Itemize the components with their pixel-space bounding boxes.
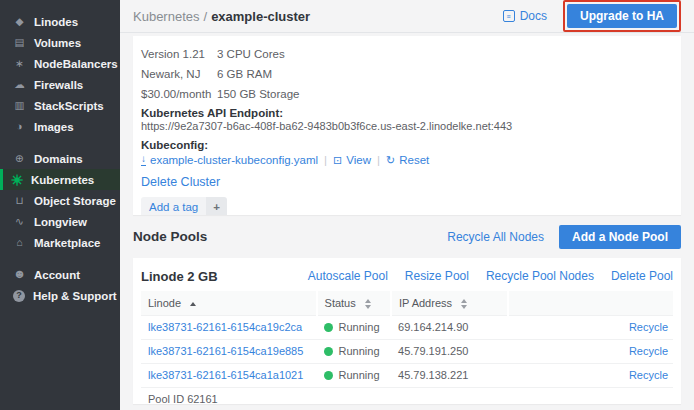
- add-tag-label: Add a tag: [141, 197, 206, 215]
- nodebalancers-icon: ∗: [13, 58, 26, 69]
- sidebar-item-marketplace[interactable]: ⌂ Marketplace: [0, 232, 120, 253]
- node-link[interactable]: lke38731-62161-6154ca1a1021: [148, 369, 303, 381]
- plus-icon: +: [206, 197, 227, 215]
- sidebar-item-nodebalancers[interactable]: ∗ NodeBalancers: [0, 53, 120, 74]
- upgrade-to-ha-annotation: Upgrade to HA: [563, 0, 681, 32]
- sidebar-item-longview[interactable]: ∿ Longview: [0, 211, 120, 232]
- node-ip: 45.79.138.221: [391, 363, 508, 387]
- linodes-icon: ◆: [13, 16, 26, 27]
- column-header-actions: [508, 291, 673, 315]
- breadcrumb-current-cluster: example-cluster: [211, 9, 310, 24]
- cluster-region: Newark, NJ: [141, 64, 203, 84]
- delete-pool-link[interactable]: Delete Pool: [611, 269, 673, 283]
- kubeconfig-view-link[interactable]: ⊡ View: [333, 154, 371, 166]
- column-header-status[interactable]: Status: [317, 291, 391, 315]
- sidebar-item-label: NodeBalancers: [34, 58, 118, 70]
- marketplace-icon: ⌂: [13, 237, 26, 248]
- object-storage-icon: ⊔: [13, 195, 26, 206]
- status-running-icon: [324, 347, 333, 356]
- node-table: Linode Status IP Address lke3: [141, 291, 673, 387]
- sidebar-item-help-support[interactable]: ? Help & Support: [0, 285, 120, 306]
- sort-icon: [461, 299, 467, 309]
- delete-cluster-link[interactable]: Delete Cluster: [141, 175, 220, 191]
- sort-asc-icon: [190, 302, 196, 306]
- recycle-node-link[interactable]: Recycle: [629, 345, 668, 357]
- sidebar-item-object-storage[interactable]: ⊔ Object Storage: [0, 190, 120, 211]
- sidebar-item-linodes[interactable]: ◆ Linodes: [0, 11, 120, 32]
- add-tag-button[interactable]: Add a tag +: [141, 197, 227, 215]
- breadcrumb-separator: /: [204, 9, 208, 24]
- volumes-icon: ▤: [13, 37, 26, 48]
- sidebar-item-label: Longview: [34, 216, 87, 228]
- autoscale-pool-link[interactable]: Autoscale Pool: [308, 269, 388, 283]
- help-icon: ?: [13, 290, 25, 302]
- cluster-storage: 150 GB Storage: [217, 84, 673, 104]
- sidebar-item-images[interactable]: ◑ Images: [0, 116, 120, 137]
- sidebar-item-label: Object Storage: [34, 195, 116, 207]
- sidebar-item-domains[interactable]: ⊕ Domains: [0, 148, 120, 169]
- docs-label: Docs: [520, 9, 547, 23]
- kubeconfig-reset-link[interactable]: ↻ Reset: [386, 154, 429, 166]
- sidebar-item-label: Volumes: [34, 37, 81, 49]
- sort-icon: [365, 299, 371, 309]
- table-header-row: Linode Status IP Address: [141, 291, 673, 315]
- view-icon: ⊡: [333, 155, 342, 166]
- recycle-all-nodes-link[interactable]: Recycle All Nodes: [447, 230, 544, 244]
- sidebar-item-volumes[interactable]: ▤ Volumes: [0, 32, 120, 53]
- column-label: Status: [325, 297, 356, 309]
- api-endpoint-value: https://9e2a7307-b6ac-408f-ba62-9483b0b3…: [141, 120, 673, 133]
- pool-actions: Autoscale Pool Resize Pool Recycle Pool …: [308, 269, 673, 283]
- resize-pool-link[interactable]: Resize Pool: [405, 269, 469, 283]
- cluster-summary-card: Version 1.21 3 CPU Cores Newark, NJ 6 GB…: [133, 36, 681, 215]
- pool-header: Linode 2 GB Autoscale Pool Resize Pool R…: [141, 266, 673, 286]
- recycle-node-link[interactable]: Recycle: [629, 321, 668, 333]
- stackscripts-icon: ▥: [13, 100, 26, 111]
- node-link[interactable]: lke38731-62161-6154ca19c2ca: [148, 321, 302, 333]
- upgrade-to-ha-button[interactable]: Upgrade to HA: [567, 4, 677, 28]
- cluster-version: Version 1.21: [141, 44, 203, 64]
- column-header-linode[interactable]: Linode: [141, 291, 317, 315]
- column-header-ip-address[interactable]: IP Address: [391, 291, 508, 315]
- divider: |: [377, 154, 380, 166]
- table-row: lke38731-62161-6154ca1a1021 Running 45.7…: [141, 363, 673, 387]
- docs-link[interactable]: ≡ Docs: [503, 9, 547, 23]
- reset-label: Reset: [399, 154, 429, 166]
- firewalls-icon: ☁: [13, 79, 26, 90]
- api-endpoint-label: Kubernetes API Endpoint:: [141, 106, 673, 120]
- table-row: lke38731-62161-6154ca19e885 Running 45.7…: [141, 339, 673, 363]
- status-running-icon: [324, 323, 333, 332]
- node-pools-title: Node Pools: [133, 229, 207, 244]
- node-pools-header: Node Pools Recycle All Nodes Add a Node …: [120, 215, 694, 258]
- column-label: Linode: [148, 297, 181, 309]
- cluster-ram: 6 GB RAM: [217, 64, 673, 84]
- sidebar-item-stackscripts[interactable]: ▥ StackScripts: [0, 95, 120, 116]
- status-label: Running: [339, 369, 380, 381]
- sidebar-item-firewalls[interactable]: ☁ Firewalls: [0, 74, 120, 95]
- pool-id: Pool ID 62161: [141, 387, 673, 405]
- sidebar-group-divider: [0, 253, 120, 264]
- status-running-icon: [324, 371, 333, 380]
- kubeconfig-download-link[interactable]: ↓ example-cluster-kubeconfig.yaml: [141, 154, 318, 166]
- node-pool-card: Linode 2 GB Autoscale Pool Resize Pool R…: [133, 258, 681, 404]
- recycle-node-link[interactable]: Recycle: [629, 369, 668, 381]
- divider: |: [324, 154, 327, 166]
- sidebar-item-label: Domains: [34, 153, 83, 165]
- status-label: Running: [339, 321, 380, 333]
- status-label: Running: [339, 345, 380, 357]
- breadcrumb-kubernetes-link[interactable]: Kubernetes: [133, 9, 200, 24]
- download-icon: ↓: [141, 154, 146, 166]
- cluster-cpu: 3 CPU Cores: [217, 44, 673, 64]
- kubeconfig-actions: ↓ example-cluster-kubeconfig.yaml | ⊡ Vi…: [141, 152, 673, 168]
- add-node-pool-button[interactable]: Add a Node Pool: [559, 225, 681, 249]
- sidebar-item-label: Account: [34, 269, 80, 281]
- sidebar-item-label: Images: [34, 121, 74, 133]
- recycle-pool-nodes-link[interactable]: Recycle Pool Nodes: [486, 269, 594, 283]
- sidebar-item-label: StackScripts: [34, 100, 104, 112]
- sidebar-item-account[interactable]: ☻ Account: [0, 264, 120, 285]
- docs-icon: ≡: [503, 10, 515, 22]
- node-link[interactable]: lke38731-62161-6154ca19e885: [148, 345, 303, 357]
- view-label: View: [346, 154, 371, 166]
- sidebar-item-kubernetes[interactable]: Kubernetes: [0, 169, 120, 190]
- sidebar-item-label: Firewalls: [34, 79, 83, 91]
- longview-icon: ∿: [13, 216, 26, 227]
